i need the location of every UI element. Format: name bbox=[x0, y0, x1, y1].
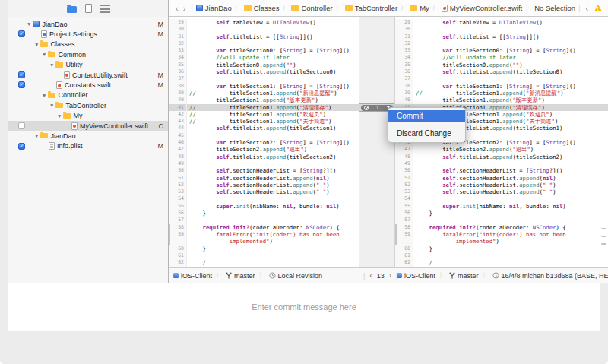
code-line[interactable]: 34 //will update it later bbox=[169, 54, 359, 61]
tree-item-tabcontroller[interactable]: ▼TabController bbox=[8, 100, 168, 110]
code-line[interactable]: 57 bbox=[169, 217, 359, 223]
source-editor-local[interactable]: 29 self.tableView = UITableView()3031 se… bbox=[169, 17, 359, 269]
code-line[interactable]: 33 var titleSection0: [String] = [String… bbox=[395, 47, 608, 54]
code-line[interactable]: 37 bbox=[395, 75, 608, 82]
changes-folder-icon[interactable] bbox=[67, 6, 77, 13]
disclosure-triangle-icon[interactable]: ▼ bbox=[27, 21, 31, 27]
code-line[interactable]: 45 bbox=[169, 132, 359, 139]
code-line[interactable]: 37 bbox=[169, 75, 359, 82]
tree-item-classes[interactable]: ▼Classes bbox=[8, 40, 168, 49]
code-line[interactable]: 55 super.init(nibName: nil, bundle: nil) bbox=[169, 203, 359, 210]
code-line[interactable]: 29 self.tableView = UITableView() bbox=[169, 19, 359, 26]
code-line[interactable]: 35 titleSection0.append("") bbox=[395, 62, 608, 68]
code-line[interactable]: 53 self.sectionHeaderList.append(" ") bbox=[395, 188, 608, 195]
prev-issue-chevron-icon[interactable]: ‹ bbox=[584, 4, 591, 13]
include-checkbox[interactable]: ✓ bbox=[18, 30, 25, 37]
log-list-icon[interactable] bbox=[100, 5, 110, 13]
code-line[interactable]: 48 self.titleList.append(titleSection2) bbox=[395, 154, 608, 160]
disclosure-triangle-icon[interactable]: ▼ bbox=[34, 41, 39, 46]
code-line[interactable]: 29 self.tableView = UITableView() bbox=[395, 19, 608, 26]
code-line[interactable]: 52 self.sectionHeaderList.append(" ") bbox=[395, 182, 608, 188]
warning-icon[interactable] bbox=[594, 5, 602, 11]
forward-chevron-icon[interactable]: › bbox=[181, 4, 188, 13]
code-line[interactable]: 51 self.sectionHeaderList.append(nil) bbox=[169, 175, 359, 182]
include-checkbox[interactable]: ✓ bbox=[18, 143, 25, 150]
code-line[interactable]: 48 self.titleList.append(titleSection2) bbox=[169, 154, 359, 160]
tree-item-controller[interactable]: ▼Controller bbox=[8, 90, 168, 100]
code-line[interactable]: 30 bbox=[395, 26, 608, 33]
footer-project[interactable]: iOS-Client bbox=[181, 272, 212, 280]
code-line[interactable]: implemented") bbox=[169, 238, 359, 245]
tree-item-my[interactable]: ▼My bbox=[8, 111, 168, 121]
breadcrumb-item-my[interactable]: My bbox=[410, 4, 429, 12]
tree-item-myviewcontroller-swift[interactable]: MyViewController.swiftC bbox=[8, 121, 168, 131]
code-line[interactable]: 56 } bbox=[395, 210, 608, 217]
code-line[interactable]: 61 bbox=[169, 252, 359, 259]
code-line[interactable]: 40 titleSection1.append("版本更新") bbox=[169, 97, 359, 103]
code-line[interactable]: 33 var titleSection0: [String] = [String… bbox=[169, 47, 359, 54]
code-line[interactable]: 32 bbox=[395, 40, 608, 47]
breadcrumb-item-classes[interactable]: Classes bbox=[244, 4, 280, 12]
source-editor-base[interactable]: 29 self.tableView = UITableView()3031 se… bbox=[395, 17, 608, 269]
code-line[interactable]: 56 } bbox=[169, 210, 359, 217]
breadcrumb-item-myviewcontroller-swift[interactable]: MyViewController.swift bbox=[442, 4, 522, 12]
code-line[interactable]: 43// titleSection1.append("关于简道") bbox=[169, 118, 359, 125]
code-line[interactable]: 40 titleSection1.append("版本更新") bbox=[395, 97, 608, 103]
code-line[interactable]: 59 fatalError("init(coder:) has not been bbox=[169, 231, 359, 238]
footer-revision[interactable]: 16/4/8 mlchen b13d68a (BASE, HEAD) bbox=[502, 272, 608, 280]
code-line[interactable]: 31 self.titleList = [[String]]() bbox=[169, 33, 359, 40]
tree-item-contactutility-swift[interactable]: ✓ContactUtility.swiftM bbox=[8, 70, 168, 80]
tree-item-project-settings[interactable]: ✓Project SettingsM bbox=[8, 29, 168, 39]
code-line[interactable]: 38 var titleSection1: [String] = [String… bbox=[169, 83, 359, 90]
breadcrumb-item-no-selection[interactable]: No Selection bbox=[534, 4, 575, 12]
code-line[interactable]: 59 fatalError("init(coder:) has not been bbox=[395, 231, 608, 238]
disclosure-triangle-icon[interactable]: ▼ bbox=[57, 112, 62, 118]
next-change-chevron-icon[interactable]: › bbox=[389, 271, 391, 280]
code-line[interactable]: 61 bbox=[395, 252, 608, 259]
code-line[interactable]: 47 titleSection2.append("退出") bbox=[395, 146, 608, 153]
code-line[interactable]: 42// titleSection1.append("欢迎页") bbox=[169, 111, 359, 118]
code-line[interactable]: 30 bbox=[169, 26, 359, 33]
code-line[interactable]: 60 } bbox=[395, 245, 608, 252]
code-line[interactable]: 54 bbox=[395, 195, 608, 202]
code-line[interactable]: 34 //will update it later bbox=[395, 54, 608, 61]
code-line[interactable]: 50 self.sectionHeaderList = [String?]() bbox=[395, 167, 608, 174]
code-line[interactable]: 39// titleSection1.append("新消息提醒") bbox=[169, 90, 359, 97]
code-line[interactable]: 62 / bbox=[395, 259, 608, 266]
code-line[interactable]: 36 self.titleList.append(titleSection0) bbox=[169, 68, 359, 75]
code-line[interactable]: 44 self.titleList.append(titleSection1) bbox=[169, 125, 359, 131]
breadcrumb-item-tabcontroller[interactable]: TabController bbox=[345, 4, 398, 12]
breadcrumb-item-controller[interactable]: Controller bbox=[291, 4, 332, 12]
include-checkbox[interactable]: ✓ bbox=[18, 71, 25, 78]
code-line[interactable]: 36 self.titleList.append(titleSection0) bbox=[395, 68, 608, 75]
code-line[interactable]: 60 } bbox=[169, 245, 359, 252]
code-line-changed[interactable]: 41// titleSection1.append("清理缓存") bbox=[169, 104, 359, 111]
tree-item-constants-swift[interactable]: ✓Constants.swiftM bbox=[8, 80, 168, 90]
code-line[interactable]: 50 self.sectionHeaderList = [String?]() bbox=[169, 167, 359, 174]
tree-item-info-plist[interactable]: ✓Info.plistM bbox=[8, 141, 168, 151]
code-line[interactable]: 54 bbox=[169, 195, 359, 202]
tree-item-jiandao[interactable]: ▼JianDaoM bbox=[8, 19, 168, 29]
code-line[interactable]: 52 self.sectionHeaderList.append(" ") bbox=[169, 182, 359, 188]
code-line[interactable]: 49 bbox=[169, 160, 359, 167]
code-line[interactable]: 51 self.sectionHeaderList.append(nil) bbox=[395, 175, 608, 182]
code-line[interactable]: 31 self.titleList = [[String]]() bbox=[395, 33, 608, 40]
code-line[interactable]: 62 / bbox=[169, 259, 359, 266]
code-line[interactable]: 38 var titleSection1: [String] = [String… bbox=[395, 83, 608, 90]
code-line[interactable]: 35 titleSection0.append("") bbox=[169, 62, 359, 68]
footer-project[interactable]: iOS-Client bbox=[404, 272, 435, 280]
code-line[interactable]: 32 bbox=[169, 40, 359, 47]
code-line[interactable]: 57 bbox=[395, 217, 608, 223]
disclosure-triangle-icon[interactable]: ▼ bbox=[49, 62, 54, 67]
include-checkbox[interactable]: ✓ bbox=[18, 81, 25, 88]
prev-change-chevron-icon[interactable]: ‹ bbox=[369, 271, 372, 280]
document-icon[interactable] bbox=[85, 4, 92, 13]
disclosure-triangle-icon[interactable]: ▼ bbox=[49, 103, 54, 108]
code-line[interactable]: 53 self.sectionHeaderList.append(" ") bbox=[169, 188, 359, 195]
breadcrumb-item-jiandao[interactable]: JianDao bbox=[196, 4, 232, 12]
disclosure-triangle-icon[interactable]: ▼ bbox=[42, 52, 46, 57]
code-line[interactable]: 55 super.init(nibName: nil, bundle: nil) bbox=[395, 203, 608, 210]
tree-item-common[interactable]: ▼Common bbox=[8, 49, 168, 59]
code-line[interactable]: 47 titleSection2.append("退出") bbox=[169, 146, 359, 153]
tree-item-jiandao[interactable]: ▼JianDao bbox=[8, 131, 168, 141]
